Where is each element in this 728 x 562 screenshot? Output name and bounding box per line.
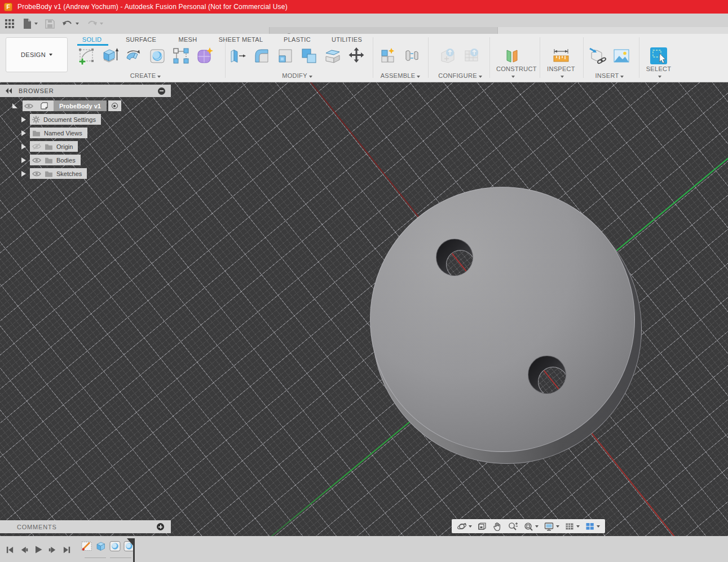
construct-dropdown[interactable]: CONSTRUCT [496, 65, 528, 79]
create-form-icon[interactable] [195, 46, 214, 65]
browser-root-label[interactable]: ProbeBody v1 [54, 100, 107, 111]
viewports-caret[interactable] [597, 525, 600, 528]
group-separator [373, 37, 373, 78]
visibility-off-eye-icon[interactable] [32, 143, 41, 150]
timeline-extrude-feature[interactable] [95, 540, 107, 552]
app-grid-icon[interactable] [5, 19, 15, 29]
move-icon[interactable] [347, 46, 366, 65]
look-at-button[interactable] [476, 521, 488, 532]
collapsed-arrow-icon[interactable] [21, 157, 26, 163]
redo-history-caret[interactable] [100, 23, 103, 25]
joint-icon[interactable] [403, 46, 422, 65]
orbit-button[interactable] [456, 521, 473, 532]
select-icon[interactable] [649, 46, 668, 65]
step-back-button[interactable] [20, 546, 28, 554]
play-button[interactable] [34, 545, 43, 554]
visibility-eye-icon[interactable] [32, 170, 41, 177]
configuration-table-icon[interactable] [462, 46, 482, 65]
file-menu-button[interactable] [22, 18, 38, 29]
modify-label: MODIFY [282, 72, 307, 79]
add-comment-icon[interactable] [157, 523, 164, 530]
design-workspace-dropdown[interactable]: DESIGN [6, 37, 68, 72]
press-pull-icon[interactable] [228, 46, 248, 65]
viewports-button[interactable] [584, 521, 601, 532]
construct-plane-icon[interactable] [502, 46, 522, 65]
hole-icon[interactable] [148, 46, 167, 65]
tab-utilities[interactable]: UTILITIES [332, 34, 362, 45]
timeline-position-marker[interactable] [133, 538, 135, 562]
display-settings-button[interactable] [542, 521, 561, 532]
display-settings-caret[interactable] [556, 525, 559, 528]
extrude-icon[interactable] [100, 46, 120, 65]
pan-button[interactable] [491, 521, 504, 532]
fit-caret[interactable] [535, 525, 539, 528]
timeline-sketch-feature[interactable] [81, 540, 93, 552]
new-component-icon[interactable] [379, 46, 398, 65]
grid-display-caret[interactable] [576, 525, 580, 528]
expanded-arrow-icon[interactable] [12, 103, 17, 108]
visibility-eye-icon[interactable] [32, 157, 41, 164]
browser-row-origin[interactable]: Origin [0, 141, 121, 152]
file-menu-caret[interactable] [34, 23, 38, 25]
select-label: SELECT [646, 65, 672, 72]
grid-display-button[interactable] [563, 521, 581, 532]
revolve-icon[interactable] [124, 46, 143, 65]
browser-row-root[interactable]: ProbeBody v1 [0, 100, 121, 111]
fillet-icon[interactable] [252, 46, 271, 65]
create-sketch-icon[interactable] [77, 46, 96, 65]
visibility-eye-icon[interactable] [24, 103, 33, 109]
assemble-dropdown[interactable]: ASSEMBLE [374, 72, 426, 79]
active-tab-underline [77, 44, 108, 46]
tab-mesh[interactable]: MESH [179, 34, 197, 45]
collapsed-arrow-icon[interactable] [21, 117, 26, 122]
insert-derive-icon[interactable] [588, 46, 607, 65]
save-button[interactable] [45, 19, 55, 29]
collapsed-arrow-icon[interactable] [21, 171, 26, 177]
activate-component-radio[interactable] [108, 100, 121, 111]
timeline-marker-flag[interactable] [127, 538, 133, 546]
assemble-label: ASSEMBLE [381, 72, 416, 79]
browser-row-document-settings[interactable]: Document Settings [0, 114, 121, 125]
go-to-end-button[interactable] [63, 546, 71, 554]
inspect-dropdown[interactable]: INSPECT [546, 65, 576, 79]
canvas-icon[interactable] [612, 46, 631, 65]
redo-button[interactable] [86, 19, 103, 28]
pattern-icon[interactable] [171, 46, 191, 65]
measure-icon[interactable] [551, 46, 571, 65]
browser-row-named-views[interactable]: Named Views [0, 128, 121, 138]
combine-icon[interactable] [299, 46, 319, 65]
hide-browser-icon[interactable] [158, 87, 165, 95]
modify-dropdown[interactable]: MODIFY [224, 72, 370, 79]
undo-history-caret[interactable] [76, 23, 79, 25]
collapse-browser-icon[interactable] [6, 88, 13, 94]
shell-icon[interactable] [276, 46, 295, 65]
model-hole-bottom[interactable] [528, 355, 566, 394]
step-forward-button[interactable] [48, 546, 57, 554]
undo-button[interactable] [62, 19, 79, 28]
browser-panel-header: BROWSER [0, 85, 171, 97]
select-dropdown[interactable]: SELECT [644, 65, 673, 79]
tab-plastic[interactable]: PLASTIC [284, 34, 311, 45]
group-modify: MODIFY [224, 46, 370, 79]
tab-solid[interactable]: SOLID [82, 34, 102, 45]
insert-dropdown[interactable]: INSERT [585, 72, 634, 79]
zoom-button[interactable] [506, 521, 519, 532]
go-to-start-button[interactable] [6, 546, 14, 554]
tab-surface[interactable]: SURFACE [126, 34, 156, 45]
model-cylinder-top-face[interactable] [370, 187, 635, 452]
configure-dropdown[interactable]: CONFIGURE [434, 72, 486, 79]
orbit-caret[interactable] [469, 525, 472, 528]
fit-button[interactable] [522, 521, 540, 532]
browser-row-sketches[interactable]: Sketches [0, 168, 121, 179]
configuration-icon[interactable] [439, 46, 458, 65]
create-dropdown[interactable]: CREATE [74, 72, 217, 79]
browser-row-bodies[interactable]: Bodies [0, 155, 121, 165]
model-hole-top[interactable] [436, 239, 473, 276]
split-body-icon[interactable] [323, 46, 342, 65]
collapsed-arrow-icon[interactable] [21, 130, 26, 136]
configure-label: CONFIGURE [438, 72, 477, 79]
comments-bar[interactable]: COMMENTS [0, 520, 171, 533]
collapsed-arrow-icon[interactable] [21, 144, 26, 150]
group-configure: CONFIGURE [434, 46, 486, 79]
timeline-hole-feature[interactable] [109, 540, 121, 552]
